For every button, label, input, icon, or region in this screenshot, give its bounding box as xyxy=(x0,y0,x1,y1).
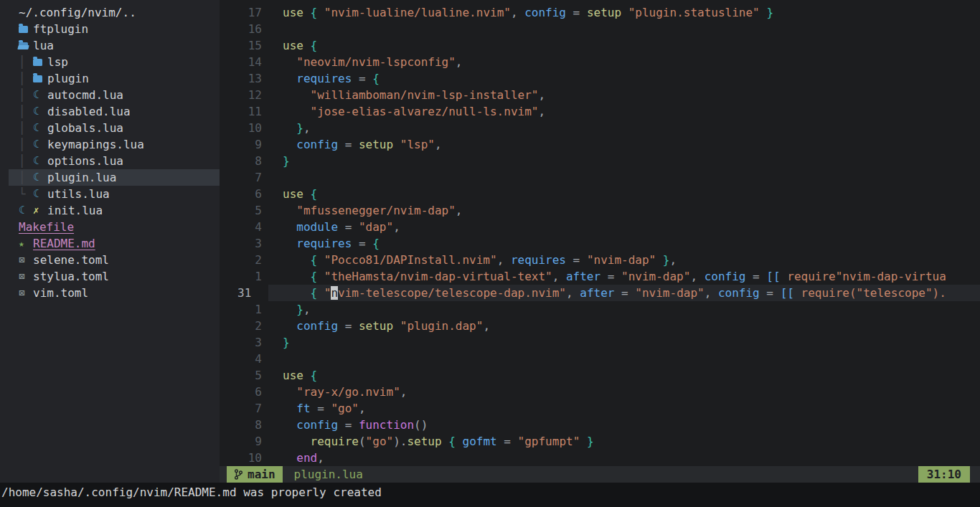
tree-item-README.md[interactable]: ★README.md xyxy=(0,235,220,252)
command-line-message: /home/sasha/.config/nvim/README.md was p… xyxy=(0,483,980,507)
code-line[interactable]: 4 module = "dap", xyxy=(220,219,980,235)
editor-buffer[interactable]: 17use { "nvim-lualine/lualine.nvim", con… xyxy=(220,0,980,466)
tree-item-lua[interactable]: lua xyxy=(0,37,220,54)
tree-item-disabled.lua[interactable]: │☾disabled.lua xyxy=(0,103,220,120)
code-line[interactable]: 16 xyxy=(220,21,980,37)
tree-item-Makefile[interactable]: Makefile xyxy=(0,219,220,235)
code-line[interactable]: 3 requires = { xyxy=(220,235,980,252)
tree-item-label: plugin xyxy=(47,70,89,87)
code-line[interactable]: 9 config = setup "lsp", xyxy=(220,136,980,153)
tree-item-globals.lua[interactable]: │☾globals.lua xyxy=(0,120,220,136)
code-line[interactable]: 4 xyxy=(220,351,980,367)
line-number: 8 xyxy=(220,417,262,433)
code-line[interactable]: 13 requires = { xyxy=(220,70,980,87)
line-number: 8 xyxy=(220,153,262,169)
code-line[interactable]: 2 config = setup "plugin.dap", xyxy=(220,318,980,334)
star-icon: ★ xyxy=(19,235,33,252)
line-number: 16 xyxy=(220,21,262,37)
code-line[interactable]: 3} xyxy=(220,334,980,351)
line-number: 13 xyxy=(220,70,262,87)
code-text: requires = { xyxy=(283,235,980,252)
line-number: 14 xyxy=(220,54,262,70)
code-text: config = setup "plugin.dap", xyxy=(283,318,980,334)
tree-item-autocmd.lua[interactable]: │☾autocmd.lua xyxy=(0,87,220,103)
code-text: "williamboman/nvim-lsp-installer", xyxy=(283,87,980,103)
main-area: ~/.config/nvim/.. ftpluginlua│lsp│plugin… xyxy=(0,0,980,483)
code-text: "neovim/nvim-lspconfig", xyxy=(283,54,980,70)
line-number: 3 xyxy=(220,334,262,351)
code-text: module = "dap", xyxy=(283,219,980,235)
code-line[interactable]: 1 }, xyxy=(220,301,980,318)
code-text: { "nvim-telescope/telescope-dap.nvim", a… xyxy=(268,285,980,301)
code-text: use { xyxy=(283,37,980,54)
tree-guide: │ xyxy=(19,103,33,120)
tree-item-ftplugin[interactable]: ftplugin xyxy=(0,21,220,37)
file-tree-panel[interactable]: ~/.config/nvim/.. ftpluginlua│lsp│plugin… xyxy=(0,0,220,483)
code-text: ft = "go", xyxy=(283,400,980,417)
tree-item-label: plugin.lua xyxy=(47,169,116,186)
code-line[interactable]: 5 "mfussenegger/nvim-dap", xyxy=(220,202,980,219)
lua-file-icon: ☾ xyxy=(33,103,47,120)
lua-file-icon: ☾ xyxy=(33,136,47,153)
code-line[interactable]: 6use { xyxy=(220,186,980,202)
code-line[interactable]: 14 "neovim/nvim-lspconfig", xyxy=(220,54,980,70)
tree-item-label: globals.lua xyxy=(47,120,123,136)
code-text: config = function() xyxy=(283,417,980,433)
git-branch-icon xyxy=(234,469,243,480)
line-number: 3 xyxy=(220,235,262,252)
tree-guide: │ xyxy=(19,169,33,186)
code-line[interactable]: 15use { xyxy=(220,37,980,54)
line-number: 9 xyxy=(220,433,262,450)
tree-item-plugin[interactable]: │plugin xyxy=(0,70,220,87)
tree-item-vim.toml[interactable]: ⊠vim.toml xyxy=(0,285,220,301)
line-number: 6 xyxy=(220,384,262,400)
code-line[interactable]: 10 }, xyxy=(220,120,980,136)
line-number: 9 xyxy=(220,136,262,153)
code-line[interactable]: 17use { "nvim-lualine/lualine.nvim", con… xyxy=(220,4,980,21)
tree-guide: │ xyxy=(19,54,33,70)
code-line[interactable]: 1 { "theHamsta/nvim-dap-virtual-text", a… xyxy=(220,268,980,285)
line-number: 1 xyxy=(220,301,262,318)
code-line-current[interactable]: 31 { "nvim-telescope/telescope-dap.nvim"… xyxy=(220,285,980,301)
code-line[interactable]: 10 end, xyxy=(220,450,980,466)
code-text: use { "nvim-lualine/lualine.nvim", confi… xyxy=(283,4,980,21)
code-line[interactable]: 12 "williamboman/nvim-lsp-installer", xyxy=(220,87,980,103)
code-text: require("go").setup { gofmt = "gpfumpt" … xyxy=(283,433,980,450)
code-text: "jose-elias-alvarez/null-ls.nvim", xyxy=(283,103,980,120)
code-line[interactable]: 11 "jose-elias-alvarez/null-ls.nvim", xyxy=(220,103,980,120)
code-text: "mfussenegger/nvim-dap", xyxy=(283,202,980,219)
code-line[interactable]: 7 ft = "go", xyxy=(220,400,980,417)
file-tree: ftpluginlua│lsp│plugin│☾autocmd.lua│☾dis… xyxy=(0,21,220,301)
folder-open-icon xyxy=(19,42,33,49)
tree-item-selene.toml[interactable]: ⊠selene.toml xyxy=(0,252,220,268)
tree-guide: └ xyxy=(19,186,33,202)
tree-item-label: utils.lua xyxy=(47,186,110,202)
diagnostic-cross-icon: ✗ xyxy=(33,202,47,219)
line-number: 31 xyxy=(220,285,262,301)
toml-file-icon: ⊠ xyxy=(19,252,33,268)
folder-icon xyxy=(33,75,47,82)
tree-item-plugin.lua[interactable]: │☾plugin.lua xyxy=(9,169,220,186)
tree-item-stylua.toml[interactable]: ⊠stylua.toml xyxy=(0,268,220,285)
code-text: }, xyxy=(283,301,980,318)
tree-item-label: options.lua xyxy=(47,153,123,169)
tree-item-keymapings.lua[interactable]: │☾keymapings.lua xyxy=(0,136,220,153)
tree-item-utils.lua[interactable]: └☾utils.lua xyxy=(0,186,220,202)
code-line[interactable]: 2 { "Pocco81/DAPInstall.nvim", requires … xyxy=(220,252,980,268)
tree-item-options.lua[interactable]: │☾options.lua xyxy=(0,153,220,169)
code-line[interactable]: 9 require("go").setup { gofmt = "gpfumpt… xyxy=(220,433,980,450)
code-line[interactable]: 8 config = function() xyxy=(220,417,980,433)
git-branch-name: main xyxy=(248,468,275,481)
tree-item-init.lua[interactable]: ☾✗init.lua xyxy=(0,202,220,219)
lua-file-icon: ☾ xyxy=(19,202,33,219)
tree-guide: │ xyxy=(19,153,33,169)
tree-guide: │ xyxy=(19,120,33,136)
code-line[interactable]: 8} xyxy=(220,153,980,169)
toml-file-icon: ⊠ xyxy=(19,268,33,285)
code-line[interactable]: 5use { xyxy=(220,367,980,384)
lua-file-icon: ☾ xyxy=(33,186,47,202)
tree-item-lsp[interactable]: │lsp xyxy=(0,54,220,70)
code-line[interactable]: 7 xyxy=(220,169,980,186)
code-line[interactable]: 6 "ray-x/go.nvim", xyxy=(220,384,980,400)
code-text xyxy=(283,169,980,186)
